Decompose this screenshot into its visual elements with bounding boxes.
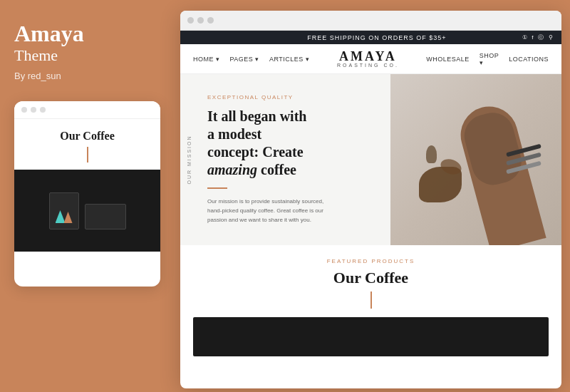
- nav-right: WHOLESALE SHOP ▾ LOCATIONS: [426, 52, 549, 66]
- coffee-liquid: [405, 124, 533, 217]
- hero-image: [390, 74, 561, 245]
- mini-box-large: [85, 204, 126, 229]
- logo-main-text: AMAYA: [310, 50, 427, 63]
- mini-browser-chrome: [14, 101, 160, 119]
- facebook-icon: f: [532, 34, 534, 41]
- left-panel: Amaya Theme By red_sun Our Coffee: [0, 0, 175, 392]
- browser-dot-3: [207, 17, 214, 24]
- browser-dot-2: [197, 17, 204, 24]
- hero-section: OUR MISSION EXCEPTIONAL QUALITY It all b…: [180, 74, 561, 245]
- search-icon: ⚲: [549, 34, 554, 41]
- featured-label: FEATURED PRODUCTS: [193, 258, 549, 264]
- products-image-bar: [193, 317, 549, 356]
- browser-dot-1: [187, 17, 194, 24]
- nav-locations[interactable]: LOCATIONS: [509, 56, 549, 63]
- mini-heading: Our Coffee: [24, 129, 150, 143]
- products-heading: Our Coffee: [193, 269, 549, 287]
- announcement-icons: ① f ⓒ ⚲: [522, 33, 553, 41]
- hero-left: OUR MISSION EXCEPTIONAL QUALITY It all b…: [180, 74, 390, 245]
- splash-drop-3: [426, 145, 437, 163]
- mini-dark-area: [14, 170, 160, 252]
- theme-subtitle: Theme: [14, 46, 58, 65]
- nav-pages[interactable]: PAGES ▾: [230, 56, 259, 63]
- mini-dot-1: [21, 107, 27, 113]
- mini-divider: [87, 147, 88, 163]
- logo-sub-text: ROASTING CO.: [310, 63, 427, 68]
- main-navigation: HOME ▾ PAGES ▾ ARTICLES ▾ AMAYA ROASTING…: [180, 44, 561, 74]
- products-section: FEATURED PRODUCTS Our Coffee: [180, 245, 561, 362]
- mini-dot-3: [40, 107, 46, 113]
- announcement-bar: FREE SHIPPING ON ORDERS OF $35+ ① f ⓒ ⚲: [180, 31, 561, 44]
- camera-icon: ⓒ: [538, 33, 544, 41]
- mini-box-small: [49, 192, 79, 229]
- hero-tag: EXCEPTIONAL QUALITY: [207, 94, 373, 100]
- mini-content: Our Coffee: [14, 119, 160, 163]
- browser-chrome: [180, 11, 561, 31]
- nav-home[interactable]: HOME ▾: [193, 56, 220, 63]
- hero-body-text: Our mission is to provide sustainably so…: [207, 197, 336, 225]
- mini-preview-card: Our Coffee: [14, 101, 160, 287]
- products-divider: [370, 292, 372, 309]
- mini-box-group: [49, 192, 126, 229]
- nav-wholesale[interactable]: WHOLESALE: [426, 56, 470, 63]
- nav-shop[interactable]: SHOP ▾: [480, 52, 499, 66]
- website-content: FREE SHIPPING ON ORDERS OF $35+ ① f ⓒ ⚲ …: [180, 31, 561, 388]
- nav-left: HOME ▾ PAGES ▾ ARTICLES ▾: [193, 56, 310, 63]
- coffee-pour-visual: [390, 74, 561, 245]
- instagram-icon: ①: [522, 34, 528, 41]
- mission-rotated-label: OUR MISSION: [187, 135, 192, 184]
- theme-author: By red_sun: [14, 71, 61, 81]
- hero-heading-line1: It all began witha modestconcept: Create…: [207, 108, 306, 177]
- announcement-text: FREE SHIPPING ON ORDERS OF $35+: [232, 34, 522, 41]
- nav-articles[interactable]: ARTICLES ▾: [269, 56, 309, 63]
- hero-underline: [207, 187, 227, 189]
- hero-heading: It all began witha modestconcept: Create…: [207, 108, 373, 179]
- theme-title: Amaya: [14, 21, 84, 46]
- site-logo[interactable]: AMAYA ROASTING CO.: [310, 50, 427, 68]
- browser-window: FREE SHIPPING ON ORDERS OF $35+ ① f ⓒ ⚲ …: [180, 11, 561, 388]
- mini-dot-2: [31, 107, 36, 113]
